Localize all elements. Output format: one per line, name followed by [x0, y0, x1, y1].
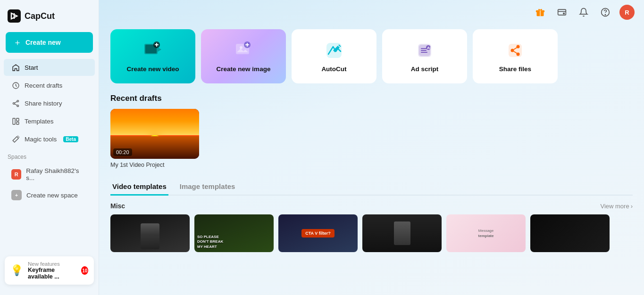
drafts-grid: 00:20 My 1st Video Project	[110, 109, 633, 168]
autocut-icon	[324, 40, 344, 61]
template-tabs: Video templates Image templates	[110, 179, 633, 196]
sidebar-item-templates[interactable]: Templates	[4, 113, 95, 130]
draft-timestamp-1: 00:20	[113, 148, 132, 156]
spaces-label: Spaces	[0, 148, 99, 163]
gift-button[interactable]	[533, 5, 548, 20]
notification-detail: Keyframe available ...	[28, 267, 76, 280]
template-card-4[interactable]	[362, 214, 442, 252]
share-files-label: Share files	[499, 66, 531, 73]
create-image-label: Create new image	[217, 66, 271, 73]
template-card-5[interactable]: Messagetemplate	[446, 214, 526, 252]
space-name-rafay: Rafay Shaikh882's s...	[26, 167, 87, 181]
template-card-3[interactable]: CTA V filter?	[278, 214, 358, 252]
svg-rect-7	[16, 118, 18, 121]
video-add-icon	[142, 40, 163, 61]
plus-icon: ＋	[13, 37, 22, 48]
space-name-create: Create new space	[26, 192, 78, 199]
create-new-label: Create new	[25, 39, 61, 46]
wallet-button[interactable]	[554, 5, 569, 20]
template-card-2[interactable]: SO PLEASEDON'T BREAKMY HEART	[194, 214, 274, 252]
bell-button[interactable]	[576, 5, 591, 20]
create-video-card[interactable]: Create new video	[110, 29, 195, 83]
adscript-card[interactable]: AI Ad script	[382, 29, 467, 83]
sidebar-item-label-start: Start	[25, 64, 38, 71]
tab-image-templates[interactable]: Image templates	[178, 179, 237, 196]
adscript-label: Ad script	[411, 66, 439, 73]
space-item-create[interactable]: + Create new space	[4, 186, 95, 204]
template-card-1[interactable]	[110, 214, 190, 252]
space-avatar-rafay: R	[11, 169, 21, 180]
capcut-logo-icon	[8, 9, 21, 23]
svg-point-14	[605, 14, 605, 15]
svg-point-5	[17, 105, 18, 107]
help-button[interactable]	[598, 5, 613, 20]
share-files-card[interactable]: Share files	[473, 29, 558, 83]
bulb-icon: 💡	[10, 264, 23, 277]
share-icon	[11, 99, 20, 107]
svg-rect-11	[558, 9, 566, 15]
create-video-label: Create new video	[126, 66, 179, 73]
svg-point-27	[511, 49, 514, 52]
app-name: CapCut	[25, 11, 55, 21]
create-new-button[interactable]: ＋ Create new	[6, 32, 93, 53]
space-item-rafay[interactable]: R Rafay Shaikh882's s...	[4, 164, 95, 185]
svg-point-3	[17, 100, 18, 102]
svg-point-12	[563, 13, 565, 14]
sidebar-item-recent-drafts[interactable]: Recent drafts	[4, 77, 95, 94]
template-grid: SO PLEASEDON'T BREAKMY HEART CTA V filte…	[110, 214, 633, 252]
sidebar-item-magic-tools[interactable]: Magic tools Beta	[4, 131, 95, 148]
notification-title: New features	[28, 261, 76, 267]
share-files-icon	[505, 40, 526, 61]
draft-title-1: My 1st Video Project	[110, 162, 199, 168]
recent-drafts-title: Recent drafts	[110, 94, 633, 103]
chevron-right-icon: ›	[631, 203, 633, 210]
sidebar-item-label-drafts: Recent drafts	[25, 82, 62, 89]
clock-icon	[11, 81, 20, 90]
sidebar-item-label-share-history: Share history	[25, 100, 62, 107]
tab-video-templates[interactable]: Video templates	[110, 179, 168, 196]
logo: CapCut	[0, 6, 99, 30]
misc-label: Misc	[110, 202, 125, 210]
svg-rect-8	[16, 122, 18, 124]
sidebar-item-share-history[interactable]: Share history	[4, 95, 95, 112]
wand-icon	[11, 135, 20, 143]
svg-point-19	[240, 46, 243, 49]
sidebar-item-label-magic-tools: Magic tools	[25, 136, 57, 143]
draft-card-1[interactable]: 00:20 My 1st Video Project	[110, 109, 199, 168]
sidebar-item-start[interactable]: Start	[4, 59, 95, 76]
sidebar: CapCut ＋ Create new Start Recent drafts …	[0, 0, 99, 295]
autocut-label: AutoCut	[321, 66, 346, 73]
quick-actions-row: Create new video Create new image	[110, 29, 633, 83]
notification-text: New features Keyframe available ...	[28, 261, 76, 280]
notification-badge: 10	[81, 266, 88, 275]
templates-section: Video templates Image templates Misc Vie…	[110, 179, 633, 252]
svg-rect-26	[509, 44, 522, 57]
layout-icon	[11, 117, 20, 125]
template-card-6[interactable]	[530, 214, 610, 252]
svg-rect-6	[13, 118, 15, 124]
draft-thumbnail-1: 00:20	[110, 109, 199, 159]
create-image-card[interactable]: Create new image	[201, 29, 286, 83]
svg-point-4	[13, 102, 15, 104]
view-more-button[interactable]: View more ›	[600, 203, 633, 210]
bottom-notification[interactable]: 💡 New features Keyframe available ... 10	[5, 256, 94, 285]
autocut-card[interactable]: AutoCut	[292, 29, 376, 83]
beta-badge: Beta	[63, 136, 78, 142]
home-icon	[11, 63, 20, 72]
view-more-label: View more	[600, 203, 629, 210]
create-space-icon: +	[11, 190, 22, 200]
image-add-icon	[233, 40, 254, 61]
adscript-icon: AI	[414, 40, 435, 61]
user-avatar[interactable]: R	[619, 5, 635, 20]
sidebar-item-label-templates: Templates	[25, 118, 54, 125]
sunset-sky	[110, 109, 199, 139]
main-content: Create new video Create new image	[99, 0, 644, 295]
misc-header: Misc View more ›	[110, 202, 633, 210]
top-header: R	[198, 0, 644, 25]
svg-text:AI: AI	[427, 46, 431, 50]
